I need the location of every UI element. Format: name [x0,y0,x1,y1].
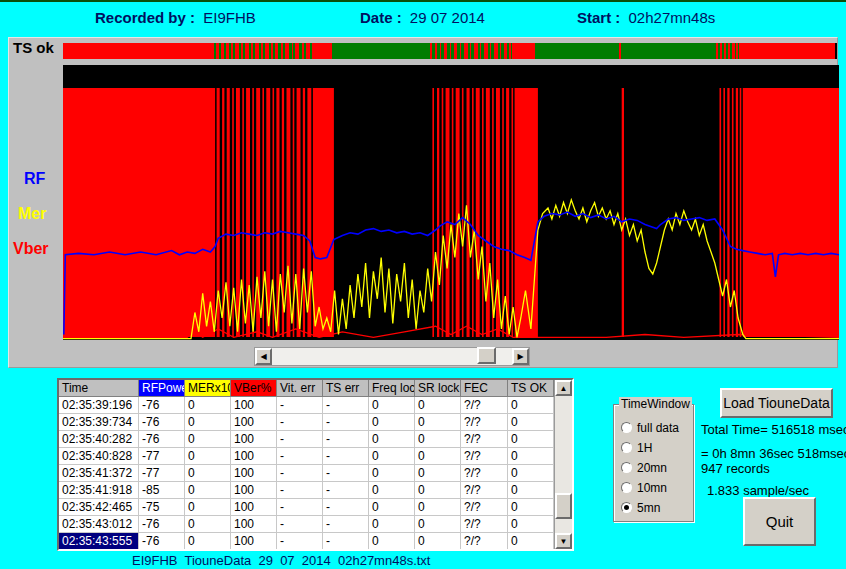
table-cell[interactable]: -76 [139,533,185,549]
table-cell[interactable]: 0 [508,397,554,414]
table-cell[interactable]: - [323,431,369,448]
table-cell[interactable]: 0 [415,448,461,465]
table-cell[interactable]: - [323,448,369,465]
table-cell[interactable]: 0 [369,397,415,414]
table-cell[interactable]: ?/? [461,533,508,549]
table-cell[interactable]: 0 [185,397,231,414]
radio-icon[interactable] [621,442,632,453]
table-cell[interactable]: 0 [415,431,461,448]
table-cell[interactable]: 100 [231,482,277,499]
table-cell[interactable]: 0 [369,414,415,431]
table-cell[interactable]: 02:35:42:465 [59,499,139,516]
table-cell[interactable]: - [277,397,323,414]
table-cell[interactable]: - [277,516,323,533]
table-cell[interactable]: - [323,414,369,431]
table-cell[interactable]: ?/? [461,482,508,499]
table-cell[interactable]: 0 [415,516,461,533]
table-cell[interactable]: ?/? [461,465,508,482]
vscroll-down-arrow-icon[interactable]: ▼ [555,533,572,549]
table-cell[interactable]: 0 [508,448,554,465]
table-cell[interactable]: 0 [185,448,231,465]
table-cell[interactable]: ?/? [461,448,508,465]
hscroll-thumb[interactable] [477,347,496,364]
table-row[interactable]: 02:35:43:012-760100--00?/?0 [59,516,554,533]
radio-option-20mn[interactable]: 20mn [621,458,693,477]
table-cell[interactable]: 0 [369,533,415,549]
table-cell[interactable]: ?/? [461,499,508,516]
table-cell[interactable]: -76 [139,397,185,414]
table-cell[interactable]: 0 [185,516,231,533]
table-cell[interactable]: - [277,482,323,499]
table-cell[interactable]: - [277,533,323,549]
table-cell[interactable]: 0 [369,516,415,533]
table-cell[interactable]: ?/? [461,431,508,448]
table-row[interactable]: 02:35:41:918-850100--00?/?0 [59,482,554,499]
table-cell[interactable]: 0 [369,448,415,465]
table-cell[interactable]: 0 [185,533,231,549]
table-cell[interactable]: -77 [139,448,185,465]
table-cell[interactable]: 02:35:39:734 [59,414,139,431]
table-cell[interactable]: -76 [139,516,185,533]
table-cell[interactable]: 100 [231,414,277,431]
table-cell[interactable]: -76 [139,414,185,431]
chart-hscrollbar[interactable]: ◀ ▶ [254,347,530,366]
table-cell[interactable]: - [277,414,323,431]
table-cell[interactable]: -77 [139,465,185,482]
table-cell[interactable]: 02:35:41:918 [59,482,139,499]
table-cell[interactable]: 0 [415,465,461,482]
table-cell[interactable]: - [277,448,323,465]
table-cell[interactable]: 100 [231,499,277,516]
table-cell[interactable]: 100 [231,516,277,533]
table-cell[interactable]: 02:35:39:196 [59,397,139,414]
table-cell[interactable]: 0 [185,482,231,499]
table-cell[interactable]: 100 [231,397,277,414]
vscroll-up-arrow-icon[interactable]: ▲ [555,380,572,396]
table-cell[interactable]: - [277,431,323,448]
radio-icon[interactable] [621,422,632,433]
hscroll-left-arrow-icon[interactable]: ◀ [255,348,272,365]
table-cell[interactable]: 02:35:40:282 [59,431,139,448]
hscroll-right-arrow-icon[interactable]: ▶ [512,348,529,365]
table-cell[interactable]: 0 [415,499,461,516]
table-cell[interactable]: 0 [185,431,231,448]
hscroll-track[interactable] [272,348,512,365]
table-cell[interactable]: 0 [508,465,554,482]
table-cell[interactable]: 02:35:41:372 [59,465,139,482]
table-cell[interactable]: - [277,499,323,516]
table-cell[interactable]: 0 [415,533,461,549]
table-cell[interactable]: 100 [231,465,277,482]
table-row[interactable]: 02:35:43:555-760100--00?/?0 [59,533,554,549]
table-cell[interactable]: - [323,533,369,549]
table-row[interactable]: 02:35:39:196-760100--00?/?0 [59,397,554,414]
table-row[interactable]: 02:35:39:734-760100--00?/?0 [59,414,554,431]
table-cell[interactable]: 100 [231,431,277,448]
table-cell[interactable]: 0 [369,465,415,482]
table-cell[interactable]: - [323,482,369,499]
table-cell[interactable]: 0 [508,516,554,533]
table-cell[interactable]: ?/? [461,516,508,533]
table-cell[interactable]: ?/? [461,414,508,431]
table-row[interactable]: 02:35:40:282-760100--00?/?0 [59,431,554,448]
vscroll-thumb[interactable] [555,493,572,519]
table-cell[interactable]: 0 [369,499,415,516]
table-cell[interactable]: 0 [415,414,461,431]
table-row[interactable]: 02:35:42:465-750100--00?/?0 [59,499,554,516]
table-cell[interactable]: 0 [508,499,554,516]
radio-option-full-data[interactable]: full data [621,418,693,437]
table-cell[interactable]: - [323,516,369,533]
table-cell[interactable]: -76 [139,431,185,448]
table-cell[interactable]: -75 [139,499,185,516]
table-cell[interactable]: 0 [185,465,231,482]
table-cell[interactable]: 0 [508,431,554,448]
table-cell[interactable]: 0 [185,499,231,516]
table-cell[interactable]: 02:35:40:828 [59,448,139,465]
table-cell[interactable]: ?/? [461,397,508,414]
radio-option-1H[interactable]: 1H [621,438,693,457]
table-cell[interactable]: 0 [369,431,415,448]
radio-option-5mn[interactable]: 5mn [621,498,693,517]
table-cell[interactable]: - [323,465,369,482]
radio-icon[interactable] [621,462,632,473]
radio-icon[interactable] [621,482,632,493]
table-cell[interactable]: 100 [231,448,277,465]
table-cell[interactable]: - [323,397,369,414]
